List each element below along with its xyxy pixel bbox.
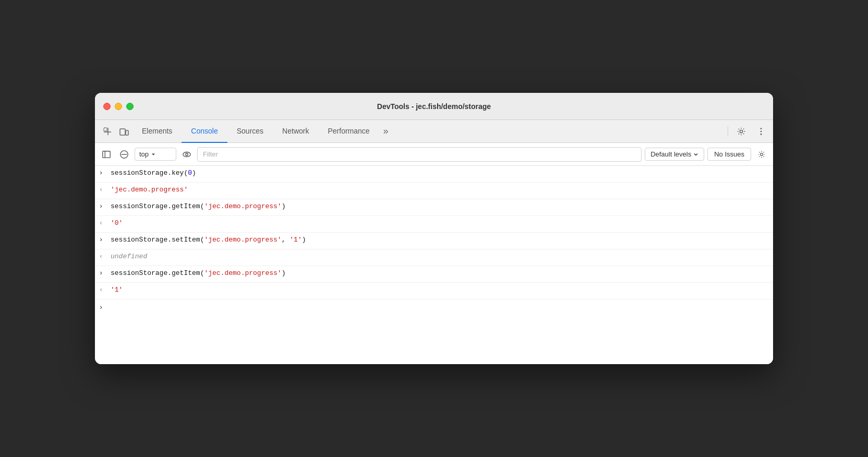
traffic-lights: [103, 103, 134, 110]
console-toolbar: top Default levels No Issues: [95, 143, 773, 166]
tab-sources[interactable]: Sources: [227, 120, 273, 143]
output-arrow-icon: ‹: [99, 253, 106, 260]
svg-rect-4: [126, 130, 128, 135]
output-arrow-icon: ‹: [99, 186, 106, 194]
console-line: › sessionStorage.setItem('jec.demo.progr…: [95, 233, 773, 249]
console-code: 'jec.demo.progress': [111, 186, 188, 194]
svg-point-13: [183, 152, 190, 157]
tab-elements[interactable]: Elements: [132, 120, 182, 143]
levels-chevron-icon: [693, 152, 698, 157]
prompt-icon: ›: [99, 304, 106, 311]
devtools-window: DevTools - jec.fish/demo/storage Element…: [95, 93, 773, 364]
clear-console-icon[interactable]: [117, 147, 131, 162]
console-code: sessionStorage.setItem('jec.demo.progres…: [111, 236, 306, 244]
eye-icon[interactable]: [179, 147, 194, 162]
devtools-tabs-bar: Elements Console Sources Network Perform…: [95, 120, 773, 143]
console-line: ‹ 'jec.demo.progress': [95, 183, 773, 199]
tabs-right-actions: [727, 124, 769, 139]
svg-rect-0: [104, 128, 107, 131]
console-line: › sessionStorage.getItem('jec.demo.progr…: [95, 266, 773, 283]
context-label: top: [139, 150, 149, 158]
tab-performance[interactable]: Performance: [318, 120, 379, 143]
console-line: › sessionStorage.getItem('jec.demo.progr…: [95, 199, 773, 216]
console-line: ‹ undefined: [95, 249, 773, 266]
console-code: sessionStorage.getItem('jec.demo.progres…: [111, 202, 285, 210]
divider: [728, 126, 728, 137]
svg-point-15: [761, 153, 763, 155]
console-code: '0': [111, 219, 123, 227]
svg-point-6: [761, 128, 762, 129]
console-output: › sessionStorage.key(0) ‹ 'jec.demo.prog…: [95, 166, 773, 364]
device-toggle-icon[interactable]: [116, 123, 132, 140]
more-options-icon[interactable]: [753, 124, 769, 139]
sidebar-toggle-icon[interactable]: [99, 147, 114, 162]
close-button[interactable]: [103, 103, 111, 110]
title-bar: DevTools - jec.fish/demo/storage: [95, 93, 773, 120]
tabs-list: Elements Console Sources Network Perform…: [132, 120, 727, 143]
maximize-button[interactable]: [126, 103, 134, 110]
inspector-icon[interactable]: [99, 123, 116, 140]
console-line: ‹ '1': [95, 283, 773, 299]
console-code: sessionStorage.getItem('jec.demo.progres…: [111, 269, 285, 277]
input-arrow-icon: ›: [99, 203, 106, 210]
output-arrow-icon: ‹: [99, 286, 106, 294]
output-arrow-icon: ‹: [99, 220, 106, 227]
console-code: '1': [111, 286, 123, 294]
levels-label: Default levels: [650, 150, 691, 158]
svg-point-5: [740, 130, 742, 133]
context-selector[interactable]: top: [135, 148, 176, 161]
console-input-line[interactable]: ›: [95, 299, 773, 316]
settings-icon[interactable]: [733, 124, 749, 139]
console-line: ‹ '0': [95, 216, 773, 233]
minimize-button[interactable]: [115, 103, 122, 110]
no-issues-button[interactable]: No Issues: [707, 148, 751, 161]
console-code: undefined: [111, 252, 147, 260]
tab-console[interactable]: Console: [182, 120, 227, 143]
console-line: › sessionStorage.key(0): [95, 166, 773, 183]
dropdown-arrow-icon: [151, 152, 156, 157]
console-settings-icon[interactable]: [754, 147, 769, 162]
svg-rect-3: [120, 129, 125, 135]
console-code: sessionStorage.key(0): [111, 169, 196, 177]
svg-rect-9: [103, 151, 110, 158]
log-levels-button[interactable]: Default levels: [645, 148, 704, 161]
issues-label: No Issues: [714, 150, 744, 158]
input-arrow-icon: ›: [99, 236, 106, 244]
svg-point-14: [186, 153, 188, 155]
svg-point-7: [761, 130, 762, 132]
filter-input[interactable]: [197, 147, 642, 162]
input-arrow-icon: ›: [99, 170, 106, 177]
more-tabs-button[interactable]: »: [379, 126, 393, 137]
svg-point-8: [761, 134, 762, 135]
window-title: DevTools - jec.fish/demo/storage: [377, 102, 491, 111]
input-arrow-icon: ›: [99, 270, 106, 277]
tab-network[interactable]: Network: [273, 120, 318, 143]
